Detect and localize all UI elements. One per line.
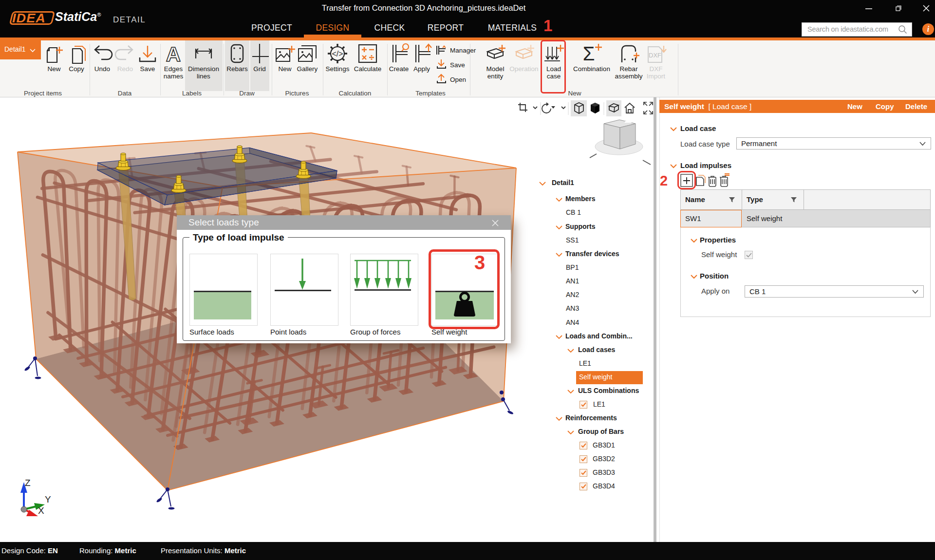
svg-text:Y: Y	[45, 494, 51, 504]
svg-text:Σ: Σ	[583, 43, 595, 64]
svg-text:X: X	[38, 505, 44, 516]
svg-text:</>: </>	[332, 50, 343, 58]
svg-text:Z: Z	[25, 478, 31, 488]
svg-text:DXF: DXF	[649, 52, 661, 59]
svg-text:A: A	[166, 43, 181, 65]
